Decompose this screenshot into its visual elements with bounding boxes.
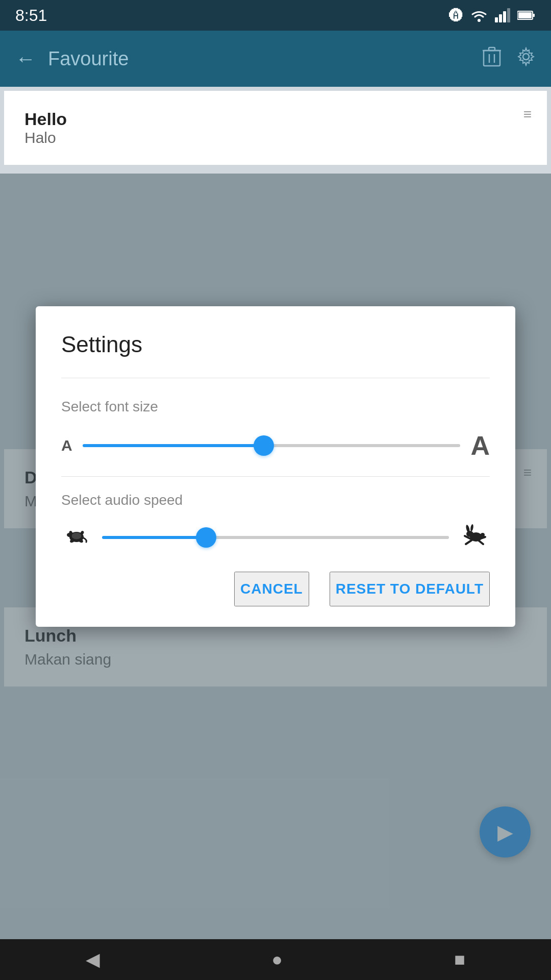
toolbar: ← Favourite <box>0 31 551 87</box>
audio-speed-empty <box>206 536 449 539</box>
svg-rect-8 <box>484 51 500 66</box>
svg-point-15 <box>71 532 82 540</box>
toolbar-title: Favourite <box>48 48 483 70</box>
battery-icon <box>517 10 536 20</box>
nav-home-button[interactable]: ● <box>271 949 283 970</box>
rabbit-icon <box>459 524 490 551</box>
status-time: 8:51 <box>15 6 47 25</box>
settings-dialog: Settings Select font size A A Select aud… <box>36 306 515 627</box>
font-size-empty <box>264 444 460 447</box>
signal-icon <box>495 8 510 22</box>
cancel-button[interactable]: CANCEL <box>234 572 309 606</box>
list-item-title: Hello <box>24 109 67 129</box>
list-item-subtitle: Halo <box>24 129 527 146</box>
font-size-thumb[interactable] <box>254 435 274 456</box>
svg-point-0 <box>478 19 481 22</box>
font-size-slider[interactable] <box>83 435 461 456</box>
back-button[interactable]: ← <box>15 47 36 70</box>
nav-recent-button[interactable]: ■ <box>454 949 465 970</box>
content-area: Hello ≡ Halo Settings Select font size A… <box>0 87 551 939</box>
font-size-small-icon: A <box>61 437 72 454</box>
audio-speed-track <box>102 536 449 539</box>
bottom-nav: ◀ ● ■ <box>0 939 551 980</box>
svg-point-22 <box>466 531 473 537</box>
svg-rect-1 <box>495 17 498 22</box>
svg-point-24 <box>470 524 473 532</box>
svg-point-13 <box>523 54 529 60</box>
status-icons: 🅐 <box>449 7 536 24</box>
audio-speed-thumb[interactable] <box>196 527 216 548</box>
toolbar-actions <box>483 46 536 71</box>
font-size-filled <box>83 444 264 447</box>
font-size-track <box>83 444 461 447</box>
svg-rect-3 <box>503 11 506 22</box>
dialog-divider-2 <box>61 476 490 477</box>
settings-icon[interactable] <box>516 47 536 71</box>
wifi-icon <box>470 8 488 22</box>
dialog-actions: CANCEL RESET TO DEFAULT <box>61 572 490 606</box>
audio-speed-slider-row <box>61 524 490 551</box>
font-size-large-icon: A <box>470 430 490 461</box>
audio-speed-slider[interactable] <box>102 527 449 548</box>
auto-detect-icon: 🅐 <box>449 7 463 24</box>
dialog-divider-1 <box>61 378 490 378</box>
status-bar: 8:51 🅐 <box>0 0 551 31</box>
audio-speed-filled <box>102 536 206 539</box>
nav-back-button[interactable]: ◀ <box>86 949 100 970</box>
turtle-icon <box>61 524 92 551</box>
font-size-label: Select font size <box>61 399 490 415</box>
audio-speed-label: Select audio speed <box>61 492 490 508</box>
delete-icon[interactable] <box>483 46 501 71</box>
list-item-menu: ≡ <box>523 106 532 122</box>
svg-rect-7 <box>518 12 532 18</box>
svg-rect-6 <box>533 14 535 17</box>
font-size-slider-row: A A <box>61 430 490 461</box>
svg-rect-4 <box>507 8 510 22</box>
reset-to-default-button[interactable]: RESET TO DEFAULT <box>330 572 490 606</box>
svg-rect-2 <box>499 14 502 22</box>
list-item: Hello ≡ Halo <box>4 91 547 165</box>
dialog-title: Settings <box>61 332 490 357</box>
